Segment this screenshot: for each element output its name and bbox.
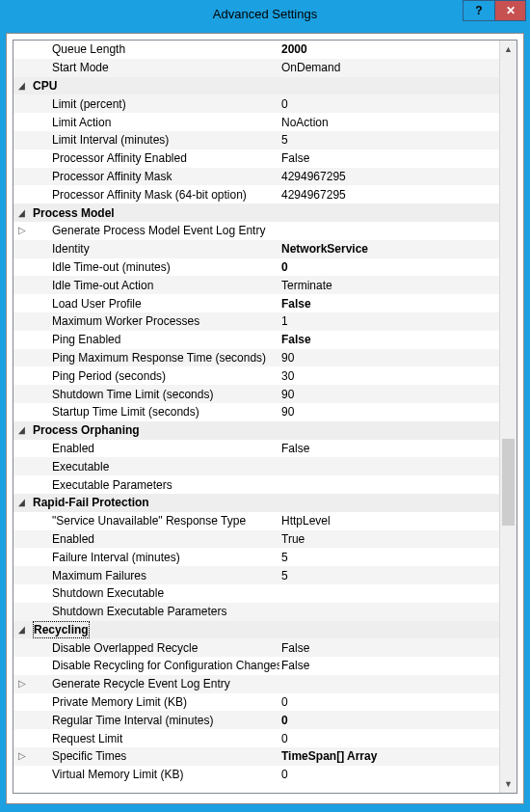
property-label: Generate Recycle Event Log Entry <box>50 675 279 692</box>
property-row[interactable]: Limit ActionNoAction <box>13 113 499 131</box>
expand-gutter[interactable]: ◢ <box>13 621 31 639</box>
property-value[interactable]: Terminate <box>279 277 499 294</box>
property-value[interactable]: 1 <box>279 312 499 330</box>
property-row[interactable]: Regular Time Interval (minutes)0 <box>13 711 499 729</box>
expand-gutter[interactable]: ▷ <box>13 675 31 693</box>
property-value[interactable]: 0 <box>279 712 499 729</box>
expand-gutter[interactable]: ◢ <box>13 421 31 440</box>
property-value[interactable]: False <box>279 639 499 657</box>
titlebar-buttons: ? ✕ <box>463 0 526 21</box>
property-label: Shutdown Executable Parameters <box>50 603 279 620</box>
property-value[interactable]: 90 <box>279 349 499 366</box>
property-row[interactable]: Startup Time Limit (seconds)90 <box>13 403 499 421</box>
property-label: Executable Parameters <box>50 476 279 494</box>
property-row[interactable]: Load User ProfileFalse <box>13 294 499 312</box>
property-row[interactable]: "Service Unavailable" Response TypeHttpL… <box>13 512 499 530</box>
property-value[interactable]: NetworkService <box>279 240 499 257</box>
property-row[interactable]: Private Memory Limit (KB)0 <box>13 693 499 712</box>
close-button[interactable]: ✕ <box>494 1 525 20</box>
property-value[interactable]: 0 <box>279 730 499 747</box>
property-value[interactable]: OnDemand <box>279 59 499 76</box>
expand-gutter[interactable]: ◢ <box>13 203 31 222</box>
property-label: Disable Overlapped Recycle <box>50 639 279 657</box>
property-value[interactable]: TimeSpan[] Array <box>279 747 499 765</box>
expand-gutter[interactable]: ▷ <box>13 747 31 766</box>
property-row[interactable]: Idle Time-out ActionTerminate <box>13 276 499 294</box>
property-row[interactable]: EnabledFalse <box>13 440 499 458</box>
property-row[interactable]: Queue Length2000 <box>13 41 499 59</box>
property-value[interactable]: 5 <box>279 549 499 566</box>
property-value[interactable]: 0 <box>279 766 499 783</box>
property-row[interactable]: IdentityNetworkService <box>13 240 499 258</box>
property-row[interactable]: Disable Recycling for Configuration Chan… <box>13 657 499 675</box>
property-value[interactable]: 4294967295 <box>279 168 499 185</box>
property-grid-body[interactable]: Queue Length2000Start ModeOnDemand◢CPULi… <box>13 41 499 793</box>
property-row[interactable]: Disable Overlapped RecycleFalse <box>13 638 499 657</box>
help-button[interactable]: ? <box>464 1 494 20</box>
expand-gutter <box>13 603 31 621</box>
expand-gutter[interactable]: ◢ <box>13 494 31 512</box>
property-row[interactable]: Processor Affinity Mask4294967295 <box>13 168 499 186</box>
scroll-up-arrow-icon[interactable]: ▲ <box>500 41 517 58</box>
property-value[interactable]: NoAction <box>279 114 499 131</box>
property-row[interactable]: EnabledTrue <box>13 530 499 549</box>
property-value[interactable]: 4294967295 <box>279 186 499 203</box>
property-label: Ping Maximum Response Time (seconds) <box>50 349 279 366</box>
property-row[interactable]: Virtual Memory Limit (KB)0 <box>13 766 499 784</box>
property-row[interactable]: Ping Maximum Response Time (seconds)90 <box>13 349 499 367</box>
property-row[interactable]: Executable Parameters <box>13 475 499 494</box>
property-value[interactable]: False <box>279 295 499 312</box>
expand-gutter[interactable]: ▷ <box>13 222 31 240</box>
property-row[interactable]: Maximum Worker Processes1 <box>13 312 499 331</box>
property-row[interactable]: Shutdown Executable Parameters <box>13 603 499 621</box>
property-row[interactable]: Ping Period (seconds)30 <box>13 366 499 385</box>
property-row[interactable]: Start ModeOnDemand <box>13 59 499 77</box>
scroll-thumb[interactable] <box>502 439 515 526</box>
property-value[interactable]: 90 <box>279 403 499 420</box>
vertical-scrollbar[interactable]: ▲ ▼ <box>499 41 517 793</box>
property-row[interactable]: Processor Affinity EnabledFalse <box>13 149 499 168</box>
property-row[interactable]: Shutdown Executable <box>13 584 499 603</box>
property-label: Start Mode <box>50 59 279 76</box>
property-value[interactable]: HttpLevel <box>279 512 499 529</box>
property-value[interactable]: False <box>279 440 499 457</box>
scroll-track[interactable] <box>500 58 517 775</box>
property-row[interactable]: Request Limit0 <box>13 729 499 747</box>
property-row[interactable]: Limit Interval (minutes)5 <box>13 131 499 149</box>
category-header[interactable]: ◢Recycling <box>13 621 499 639</box>
property-value[interactable]: False <box>279 331 499 348</box>
property-row[interactable]: Executable <box>13 457 499 475</box>
expand-gutter <box>13 258 31 277</box>
expand-gutter[interactable]: ◢ <box>13 77 31 95</box>
property-value[interactable]: True <box>279 530 499 548</box>
property-row[interactable]: ▷Generate Recycle Event Log Entry <box>13 675 499 693</box>
property-value[interactable]: 0 <box>279 693 499 711</box>
category-header[interactable]: ◢Rapid-Fail Protection <box>13 494 499 512</box>
property-row[interactable]: Limit (percent)0 <box>13 95 499 113</box>
property-value[interactable]: 0 <box>279 95 499 113</box>
property-row[interactable]: Shutdown Time Limit (seconds)90 <box>13 385 499 403</box>
expand-gutter <box>13 240 31 258</box>
property-value[interactable]: False <box>279 657 499 674</box>
property-row[interactable]: Processor Affinity Mask (64-bit option)4… <box>13 185 499 203</box>
property-value[interactable]: 5 <box>279 567 499 584</box>
category-header[interactable]: ◢Process Orphaning <box>13 421 499 440</box>
category-header[interactable]: ◢Process Model <box>13 203 499 222</box>
property-value[interactable]: 5 <box>279 131 499 149</box>
property-row[interactable]: ▷Generate Process Model Event Log Entry <box>13 222 499 240</box>
property-value[interactable]: 2000 <box>279 41 499 58</box>
property-value[interactable]: False <box>279 149 499 167</box>
scroll-down-arrow-icon[interactable]: ▼ <box>500 775 517 793</box>
category-label: Process Orphaning <box>31 421 499 439</box>
property-row[interactable]: Failure Interval (minutes)5 <box>13 548 499 566</box>
property-value[interactable]: 30 <box>279 367 499 385</box>
property-value[interactable]: 90 <box>279 386 499 403</box>
property-value[interactable]: 0 <box>279 258 499 276</box>
expand-gutter <box>13 331 31 349</box>
property-row[interactable]: ▷Specific TimesTimeSpan[] Array <box>13 747 499 766</box>
category-header[interactable]: ◢CPU <box>13 77 499 95</box>
property-row[interactable]: Idle Time-out (minutes)0 <box>13 258 499 277</box>
property-row[interactable]: Maximum Failures5 <box>13 566 499 584</box>
property-label: Idle Time-out (minutes) <box>50 258 279 276</box>
property-row[interactable]: Ping EnabledFalse <box>13 331 499 349</box>
